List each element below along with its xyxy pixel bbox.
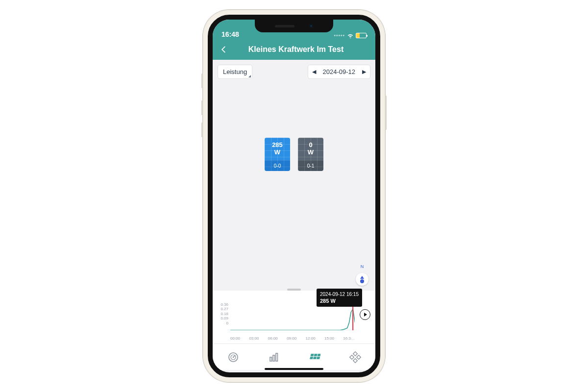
panel-group: 285 W 0-0 0 W 0-1 (213, 138, 375, 171)
page-title: Kleines Kraftwerk Im Test (221, 45, 370, 54)
layout-canvas[interactable]: 285 W 0-0 0 W 0-1 N (213, 79, 375, 291)
toolbar: Leistung ◀ 2024-09-12 ▶ (213, 60, 375, 79)
svg-rect-16 (356, 355, 360, 359)
metric-label: Leistung (223, 68, 247, 75)
dropdown-corner-icon (248, 75, 251, 77)
app-header: Kleines Kraftwerk Im Test (213, 39, 375, 60)
svg-rect-8 (310, 354, 314, 356)
tooltip-value: 285 W (320, 298, 336, 304)
svg-rect-13 (317, 357, 320, 359)
svg-rect-12 (313, 357, 317, 359)
panel-id: 0-1 (298, 160, 323, 171)
date-next-button[interactable]: ▶ (362, 69, 366, 75)
home-indicator[interactable] (265, 368, 323, 370)
tab-dashboard[interactable] (213, 344, 253, 370)
screen: 16:48 ••••• Kleines Kraftwerk Im Test Le… (208, 15, 380, 377)
x-axis-ticks: 00:0003:00 06:0009:00 12:0015:00 16:3… (230, 336, 355, 341)
compass-button[interactable]: N (356, 264, 368, 286)
tab-layout[interactable] (294, 344, 335, 370)
date-value: 2024-09-12 (323, 68, 356, 75)
tab-more[interactable] (335, 344, 375, 370)
svg-rect-14 (353, 351, 357, 355)
compass-needle-icon (360, 276, 364, 279)
svg-rect-6 (273, 355, 275, 361)
tab-stats[interactable] (253, 344, 294, 370)
svg-rect-15 (349, 355, 353, 359)
panel-0-0[interactable]: 285 W 0-0 (265, 138, 290, 171)
metric-selector[interactable]: Leistung (218, 65, 252, 79)
svg-rect-9 (314, 354, 317, 356)
chart-tooltip: 2024-09-12 16:15 285 W (317, 289, 362, 307)
panel-unit: W (308, 149, 314, 156)
bottom-nav (213, 343, 375, 370)
grid-diamond-icon (349, 351, 361, 363)
play-button[interactable] (360, 309, 370, 320)
cellular-icon: ••••• (334, 33, 345, 38)
bar-chart-icon (268, 351, 280, 363)
phone-frame: 16:48 ••••• Kleines Kraftwerk Im Test Le… (203, 10, 385, 382)
wifi-icon (347, 33, 354, 38)
panel-value: 0 (309, 142, 312, 149)
chart-svg (230, 303, 355, 330)
svg-rect-7 (276, 353, 278, 361)
date-prev-button[interactable]: ◀ (312, 69, 316, 75)
svg-point-4 (232, 356, 234, 358)
svg-rect-10 (317, 354, 320, 356)
svg-rect-17 (353, 358, 357, 362)
date-picker[interactable]: ◀ 2024-09-12 ▶ (308, 65, 371, 79)
solar-panel-icon (309, 351, 320, 363)
notch (255, 20, 333, 32)
panel-0-1[interactable]: 0 W 0-1 (298, 138, 323, 171)
panel-id: 0-0 (265, 160, 290, 171)
chart-area[interactable]: 2024-09-12 16:15 285 W 0.36 0.27 0.18 0.… (213, 291, 375, 343)
svg-rect-5 (270, 357, 272, 361)
y-axis-ticks: 0.36 0.27 0.18 0.09 0 (216, 302, 228, 325)
battery-icon (356, 33, 367, 38)
panel-value: 285 (272, 142, 283, 149)
gauge-icon (227, 351, 239, 363)
status-time: 16:48 (221, 30, 239, 38)
svg-rect-11 (310, 357, 313, 359)
tooltip-timestamp: 2024-09-12 16:15 (320, 291, 359, 297)
compass-label: N (361, 264, 364, 269)
panel-unit: W (274, 149, 280, 156)
